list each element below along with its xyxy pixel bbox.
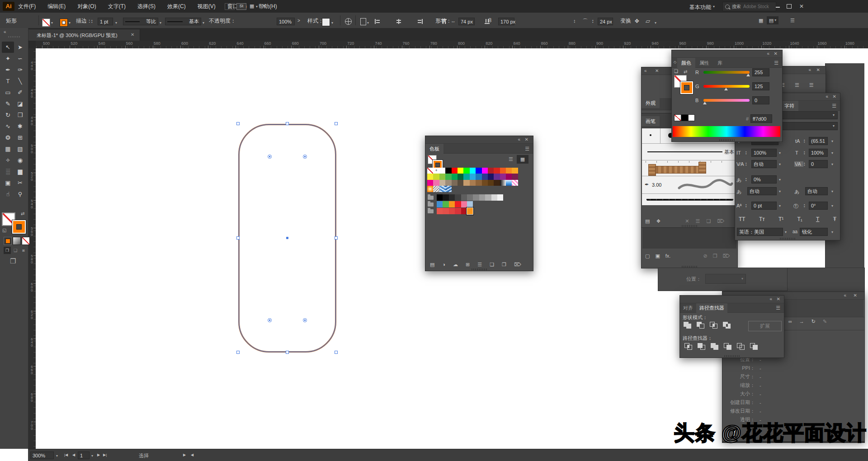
constrain-proportions-icon[interactable]: 8 bbox=[488, 17, 491, 23]
add-fill-icon[interactable]: ▣ bbox=[655, 254, 660, 259]
swatch[interactable] bbox=[476, 180, 481, 186]
swatch[interactable] bbox=[439, 168, 445, 174]
menu-item-2[interactable]: 对象(O) bbox=[77, 3, 96, 10]
symbol-sprayer-tool[interactable]: ░ bbox=[2, 166, 14, 177]
minus-back-icon[interactable] bbox=[750, 343, 758, 350]
new-color-group-icon[interactable]: ⊞ bbox=[466, 262, 470, 267]
handle-bottom-right[interactable] bbox=[335, 351, 338, 354]
tsume-chevron-icon[interactable]: ▾ bbox=[779, 178, 781, 182]
handle-middle-right[interactable] bbox=[335, 236, 338, 240]
none-mode-button[interactable] bbox=[22, 237, 30, 245]
swatch[interactable] bbox=[458, 174, 463, 179]
swatch[interactable] bbox=[439, 180, 445, 186]
aki-left-chevron-icon[interactable]: ▾ bbox=[779, 190, 781, 193]
selection-tool[interactable]: ↖ bbox=[2, 42, 14, 53]
underline-button[interactable]: T bbox=[816, 216, 819, 222]
font-family-chevron-icon[interactable]: ▾ bbox=[833, 113, 835, 117]
swatch[interactable] bbox=[445, 168, 451, 174]
pen-tool[interactable]: ✒ bbox=[2, 64, 14, 75]
baseline-shift-chevron-icon[interactable]: ▾ bbox=[779, 204, 781, 208]
opacity-input[interactable]: 100% bbox=[277, 18, 295, 25]
shape-width-input[interactable]: 74 px bbox=[458, 18, 475, 25]
pencil-tool[interactable]: ✎ bbox=[2, 98, 14, 109]
menu-item-3[interactable]: 文字(T) bbox=[108, 3, 126, 10]
scale-tool[interactable]: ❒ bbox=[14, 109, 26, 121]
brush-libraries-icon[interactable]: ▤ bbox=[645, 219, 650, 224]
line-segment-tool[interactable]: ╲ bbox=[14, 75, 26, 87]
control-menu-icon[interactable]: ☰ bbox=[790, 18, 795, 23]
swatch-libraries-icon[interactable]: ▤ bbox=[430, 262, 434, 267]
clear-appearance-icon[interactable]: ⊘ bbox=[703, 254, 707, 259]
document-setup-chevron-icon[interactable]: ▾ bbox=[367, 21, 369, 25]
bridge-button[interactable]: Br bbox=[225, 3, 235, 10]
delete-brush-icon[interactable]: ⌦ bbox=[717, 219, 724, 224]
color-cycle-icon[interactable]: ◇ bbox=[674, 61, 676, 64]
tab-brushes[interactable]: 画笔 bbox=[642, 116, 660, 126]
channel-thumb[interactable] bbox=[746, 74, 750, 76]
menu-item-5[interactable]: 效果(C) bbox=[167, 3, 186, 10]
arrange-documents-chevron-icon[interactable]: ▾ bbox=[256, 5, 258, 9]
add-effect-icon[interactable]: fx. bbox=[665, 254, 671, 259]
corner-radius-input[interactable]: 24 px bbox=[598, 18, 613, 25]
links-collapse-icon[interactable]: « bbox=[844, 293, 846, 298]
swatch[interactable] bbox=[512, 174, 518, 179]
swatch[interactable] bbox=[452, 174, 458, 179]
swatch[interactable] bbox=[455, 208, 461, 214]
handle-top-left[interactable] bbox=[236, 122, 240, 125]
horizontal-scale-input[interactable]: 100% bbox=[809, 149, 828, 157]
swatch[interactable] bbox=[473, 194, 479, 200]
pathfinder-close-icon[interactable]: ✕ bbox=[777, 297, 780, 301]
brush-item-charcoal[interactable] bbox=[642, 194, 736, 205]
swatch[interactable] bbox=[445, 180, 451, 186]
aki-left-select[interactable]: 自动 bbox=[747, 187, 777, 195]
stroke-chevron-icon[interactable]: ▾ bbox=[69, 21, 71, 25]
tsume-input[interactable]: 0% bbox=[751, 175, 777, 183]
swatch[interactable] bbox=[485, 194, 491, 200]
column-graph-tool[interactable]: ▆ bbox=[14, 166, 26, 177]
tab-properties[interactable]: 属性 bbox=[695, 58, 713, 68]
subscript-button[interactable]: T₁ bbox=[797, 216, 802, 222]
swatch[interactable] bbox=[437, 201, 443, 207]
shape-height-input[interactable]: 170 px bbox=[498, 18, 514, 25]
new-brush-icon[interactable]: ❏ bbox=[706, 219, 711, 224]
brush-item-basic[interactable]: 基本 bbox=[642, 144, 736, 160]
menu-item-1[interactable]: 编辑(E) bbox=[47, 3, 66, 10]
swatch[interactable] bbox=[500, 168, 506, 174]
channel-value-B[interactable]: 0 bbox=[752, 96, 769, 104]
none-swatch[interactable] bbox=[674, 114, 681, 121]
swatch[interactable] bbox=[433, 180, 439, 186]
magic-wand-tool[interactable]: ✦ bbox=[2, 53, 14, 64]
small-caps-button[interactable]: Tт bbox=[759, 216, 765, 222]
swatch[interactable] bbox=[427, 186, 433, 192]
libraries-panel-icon[interactable]: ❖ bbox=[656, 219, 660, 224]
hex-input[interactable]: ff7d00 bbox=[750, 114, 772, 123]
artboard-tool[interactable]: ▣ bbox=[2, 177, 14, 188]
gradient-mode-button[interactable] bbox=[13, 237, 21, 245]
swatch[interactable] bbox=[482, 168, 488, 174]
delete-swatch-icon[interactable]: ⌦ bbox=[514, 262, 521, 267]
shear-chevron-icon[interactable]: ▾ bbox=[655, 21, 656, 25]
vertical-scale-input[interactable]: 100% bbox=[751, 149, 777, 157]
swatch[interactable]: + bbox=[433, 168, 439, 174]
character-rotation-input[interactable]: 0° bbox=[809, 202, 828, 210]
eyedropper-tool[interactable]: ✧ bbox=[2, 155, 14, 166]
stroke-color-well[interactable] bbox=[60, 19, 68, 27]
tab-libraries[interactable]: 库 bbox=[713, 58, 726, 68]
isolate-selection-icon[interactable]: ❖ bbox=[634, 18, 640, 24]
workspace-switcher[interactable]: 基本功能 bbox=[689, 4, 711, 11]
color-menu-icon[interactable]: ☰ bbox=[774, 60, 778, 66]
shear-icon[interactable]: ▱ bbox=[646, 18, 650, 24]
swatch[interactable] bbox=[470, 180, 476, 186]
character-rotation-chevron-icon[interactable]: ▾ bbox=[831, 204, 833, 208]
swatch[interactable] bbox=[506, 180, 512, 186]
document-info-globe-icon[interactable] bbox=[345, 18, 352, 25]
swap-fill-stroke-icon[interactable]: ⇄ bbox=[21, 212, 24, 216]
zoom-tool[interactable]: ⚲ bbox=[14, 188, 26, 200]
leading-stepper[interactable]: ▴▾ bbox=[804, 137, 805, 145]
swatch[interactable] bbox=[512, 168, 518, 174]
character-collapse-icon[interactable]: « bbox=[826, 94, 828, 99]
swatch[interactable] bbox=[449, 194, 455, 200]
prev-artboard-icon[interactable]: ◀ bbox=[72, 453, 75, 457]
color-proxy-pair-icon[interactable]: ❏ bbox=[674, 69, 678, 74]
intersect-icon[interactable] bbox=[710, 322, 718, 329]
